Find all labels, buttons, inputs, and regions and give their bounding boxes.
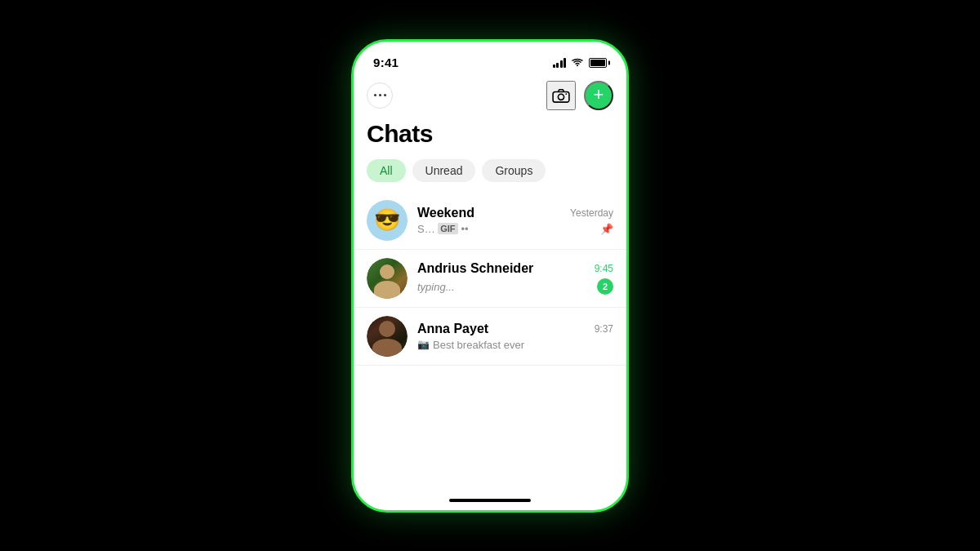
svg-point-1 — [558, 94, 564, 100]
page-title: Chats — [354, 117, 626, 159]
header-bar: + — [354, 78, 626, 117]
chat-time-weekend: Yesterday — [570, 207, 613, 219]
signal-icon — [553, 58, 567, 68]
dots-icon — [374, 94, 386, 96]
status-icons — [553, 58, 608, 68]
chat-item-andrius[interactable]: Andrius Schneider 9:45 typing... 2 — [354, 250, 626, 308]
camera-small-icon: 📷 — [417, 339, 430, 350]
avatar-andrius — [367, 258, 408, 299]
chat-item-weekend[interactable]: 😎 Weekend Yesterday Sofia: GIF •• — [354, 192, 626, 250]
chat-preview-dots-weekend: •• — [461, 223, 479, 235]
phone-frame: 9:41 — [351, 39, 629, 513]
pin-icon-weekend: 📌 — [600, 223, 613, 235]
wifi-icon — [571, 58, 584, 68]
chat-preview-andrius: typing... — [417, 281, 455, 293]
header-actions: + — [546, 81, 613, 110]
unread-badge-andrius: 2 — [597, 278, 613, 295]
avatar-image-anna — [367, 316, 408, 357]
svg-point-2 — [565, 93, 567, 95]
filter-all[interactable]: All — [367, 159, 406, 182]
chat-preview-anna: Best breakfast ever — [433, 339, 524, 351]
chat-preview-sender-weekend: Sofia: — [417, 223, 434, 235]
avatar-image-andrius — [367, 258, 408, 299]
chat-time-andrius: 9:45 — [595, 263, 613, 274]
home-bar — [449, 499, 531, 502]
menu-button[interactable] — [367, 82, 393, 109]
chat-list: 😎 Weekend Yesterday Sofia: GIF •• — [354, 192, 626, 494]
status-time: 9:41 — [373, 56, 399, 69]
filter-chips: All Unread Groups — [354, 159, 626, 192]
chat-content-andrius: Andrius Schneider 9:45 typing... 2 — [417, 261, 613, 295]
chat-name-andrius: Andrius Schneider — [417, 261, 533, 276]
battery-icon — [589, 58, 607, 68]
chat-content-anna: Anna Payet 9:37 📷 Best breakfast ever — [417, 322, 613, 351]
camera-icon — [552, 88, 570, 103]
chat-name-weekend: Weekend — [417, 206, 474, 220]
chat-item-anna[interactable]: Anna Payet 9:37 📷 Best breakfast ever — [354, 308, 626, 366]
gif-badge: GIF — [438, 223, 457, 234]
weekend-emoji: 😎 — [374, 207, 400, 233]
filter-groups[interactable]: Groups — [482, 159, 546, 182]
chat-time-anna: 9:37 — [595, 323, 613, 335]
avatar-weekend: 😎 — [367, 200, 408, 241]
chat-name-anna: Anna Payet — [417, 322, 488, 336]
avatar-anna — [367, 316, 408, 357]
new-chat-button[interactable]: + — [584, 81, 613, 110]
camera-button[interactable] — [546, 81, 576, 110]
filter-unread[interactable]: Unread — [412, 159, 476, 182]
chat-content-weekend: Weekend Yesterday Sofia: GIF •• 📌 — [417, 206, 613, 235]
plus-icon: + — [594, 86, 604, 104]
status-bar: 9:41 — [354, 42, 626, 78]
home-indicator — [354, 494, 626, 510]
